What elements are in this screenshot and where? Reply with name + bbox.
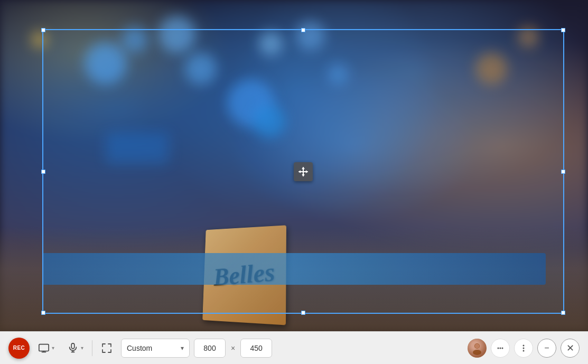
bokeh-circle (259, 32, 283, 55)
minimize-icon: − (544, 343, 549, 353)
rec-label: REC (13, 345, 25, 351)
mic-chevron: ▾ (81, 345, 83, 351)
table-surface (42, 253, 546, 285)
more-options-button[interactable] (514, 339, 533, 358)
bokeh-yellow (32, 32, 48, 48)
svg-point-11 (523, 344, 525, 346)
minimize-button[interactable]: − (537, 339, 556, 358)
bokeh-circle (296, 21, 325, 50)
svg-rect-1 (39, 344, 49, 351)
svg-point-6 (473, 350, 481, 355)
close-icon: ✕ (566, 342, 574, 354)
rec-button[interactable]: REC (8, 338, 30, 359)
resolution-select[interactable]: Custom ▾ (121, 339, 190, 358)
expand-button[interactable] (97, 339, 117, 357)
dimension-separator: × (231, 344, 235, 352)
bokeh-orange (475, 53, 507, 85)
toolbar-divider-1 (92, 340, 92, 356)
bokeh-glow (254, 106, 285, 137)
svg-point-8 (498, 347, 499, 349)
bokeh-table (106, 132, 169, 164)
bokeh-circle (85, 42, 127, 85)
mic-icon (67, 342, 79, 354)
bokeh-circle (328, 63, 349, 85)
mic-button[interactable]: ▾ (63, 339, 88, 357)
screen-chevron: ▾ (52, 345, 54, 351)
avatar-button[interactable] (468, 339, 487, 358)
screen-icon (38, 342, 50, 354)
comment-icon (495, 343, 506, 353)
height-input[interactable] (240, 339, 272, 358)
close-button[interactable]: ✕ (561, 339, 580, 358)
avatar-image (468, 339, 487, 358)
resolution-select-arrow: ▾ (181, 344, 184, 352)
toolbar: REC ▾ ▾ Custom ▾ × (0, 331, 588, 364)
screen-capture-button[interactable]: ▾ (34, 339, 59, 357)
more-icon (518, 343, 529, 353)
expand-icon (101, 342, 113, 354)
comment-button[interactable] (491, 339, 510, 358)
svg-rect-2 (71, 343, 74, 348)
bokeh-circle (158, 16, 195, 53)
bokeh-circle (122, 26, 148, 53)
width-input[interactable] (194, 339, 226, 358)
svg-point-13 (523, 350, 525, 351)
svg-point-10 (502, 347, 503, 349)
svg-point-7 (475, 343, 480, 348)
svg-point-12 (523, 347, 525, 349)
bokeh-circle (185, 53, 217, 85)
resolution-select-label: Custom (127, 344, 176, 352)
svg-point-9 (500, 347, 501, 349)
bokeh-orange2 (518, 26, 539, 48)
